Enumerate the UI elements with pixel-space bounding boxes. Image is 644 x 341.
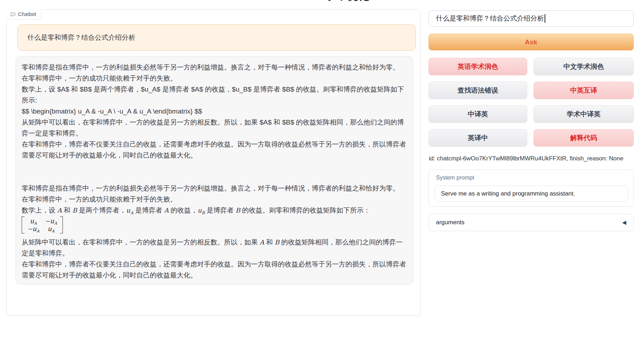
button-zh-en-mutual-translate[interactable]: 中英互译 <box>534 82 634 99</box>
button-en-to-zh[interactable]: 英译中 <box>429 129 527 147</box>
message-gap <box>22 161 407 183</box>
system-prompt-input[interactable]: Serve me as a writing and programming as… <box>435 186 628 202</box>
user-message: 什么是零和博弈？结合公式介绍分析 <box>17 24 416 51</box>
math-variable: A <box>164 207 169 214</box>
text-cursor <box>545 14 545 23</box>
button-find-grammar-errors[interactable]: 查找语法错误 <box>429 82 527 99</box>
math-variable: B <box>235 207 240 214</box>
button-chinese-academic-polish[interactable]: 中文学术润色 <box>534 58 634 75</box>
button-explain-code[interactable]: 解释代码 <box>534 129 634 147</box>
chat-bubble-icon <box>10 12 16 17</box>
math-variable: B <box>72 207 77 214</box>
page-title: ChatGPT 学术优化 <box>0 0 644 2</box>
matrix-entry: −uA <box>27 225 39 233</box>
math-variable: B <box>275 238 279 246</box>
bot-paragraph: 在零和博弈中，博弈者不仅要关注自己的收益，还需要考虑对手的收益。因为一方取得的收… <box>22 139 407 161</box>
matrix-left-bracket <box>22 216 24 233</box>
math-variable: −uA <box>27 225 39 232</box>
collapse-arrow-icon: ◀ <box>622 219 626 226</box>
chatbot-label: Chatbot <box>6 9 41 20</box>
question-input-value: 什么是零和博弈？结合公式介绍分析 <box>436 14 544 23</box>
bot-paragraph: 零和博弈是指在博弈中，一方的利益损失必然等于另一方的利益增益。换言之，对于每一种… <box>22 62 407 84</box>
system-prompt-value: Serve me as a writing and programming as… <box>441 190 575 197</box>
matrix-entry: uA <box>45 225 57 233</box>
quick-buttons-grid: 英语学术润色 中文学术润色 查找语法错误 中英互译 中译英 学术中译英 英译中 … <box>429 58 634 147</box>
math-variable: uA <box>126 207 133 214</box>
bot-latex-source: $$ \begin{bmatrix} u_A & -u_A \ -u_A & u… <box>22 106 407 117</box>
ask-button[interactable]: Ask <box>429 34 634 50</box>
arguments-accordion-header[interactable]: arguments ◀ <box>429 214 634 231</box>
matrix-entry: −uA <box>45 217 57 225</box>
bot-paragraph-with-math: 数学上，设 A 和 B 是两个博弈者，uA 是博弈者 A 的收益，uB 是博弈者… <box>22 205 407 216</box>
matrix-entries: uA−uA−uAuA <box>24 216 60 233</box>
math-variable: −uA <box>45 218 57 225</box>
bot-paragraph: 从矩阵中可以看出，在零和博弈中，一方的收益是另一方的相反数。所以，如果 $A$ … <box>22 117 407 139</box>
math-variable: uA <box>48 225 55 232</box>
bot-paragraph-with-math: 从矩阵中可以看出，在零和博弈中，一方的收益是另一方的相反数。所以，如果 A 和 … <box>22 237 407 259</box>
bot-paragraph: 数学上，设 $A$ 和 $B$ 是两个博弈者，$u_A$ 是博弈者 $A$ 的收… <box>22 84 407 106</box>
app-root: ChatGPT 学术优化 Chatbot 什么是零和博弈？结合公式介绍分析 零和… <box>0 0 644 341</box>
system-prompt-panel: System prompt Serve me as a writing and … <box>429 170 634 207</box>
system-prompt-label: System prompt <box>436 175 474 181</box>
response-status-line: id: chatcmpl-6wOo7KrYTwMl89lbrMWRu4UkFFX… <box>429 155 623 162</box>
matrix-entry: uA <box>27 217 39 225</box>
bot-message: 零和博弈是指在博弈中，一方的利益损失必然等于另一方的利益增益。换言之，对于每一种… <box>16 56 413 285</box>
matrix-right-bracket <box>60 216 63 233</box>
question-input[interactable]: 什么是零和博弈？结合公式介绍分析 <box>429 10 634 27</box>
math-variable: A <box>57 207 62 214</box>
button-academic-zh-to-en[interactable]: 学术中译英 <box>534 105 634 123</box>
math-variable: A <box>260 238 264 246</box>
chatbot-panel: Chatbot 什么是零和博弈？结合公式介绍分析 零和博弈是指在博弈中，一方的利… <box>6 9 421 316</box>
button-english-academic-polish[interactable]: 英语学术润色 <box>429 58 527 75</box>
chatbot-label-text: Chatbot <box>18 11 36 17</box>
user-message-text: 什么是零和博弈？结合公式介绍分析 <box>27 33 135 42</box>
math-variable: uB <box>197 207 204 214</box>
payoff-matrix: uA−uA−uAuA <box>22 216 63 233</box>
bot-paragraph: 零和博弈是指在博弈中，一方的利益损失必然等于另一方的利益增益。换言之，对于每一种… <box>22 183 407 205</box>
math-variable: uA <box>30 218 37 225</box>
button-zh-to-en[interactable]: 中译英 <box>429 105 527 123</box>
arguments-accordion-label: arguments <box>436 219 464 226</box>
bot-paragraph: 在零和博弈中，博弈者不仅要关注自己的收益，还需要考虑对手的收益。因为一方取得的收… <box>22 259 407 281</box>
